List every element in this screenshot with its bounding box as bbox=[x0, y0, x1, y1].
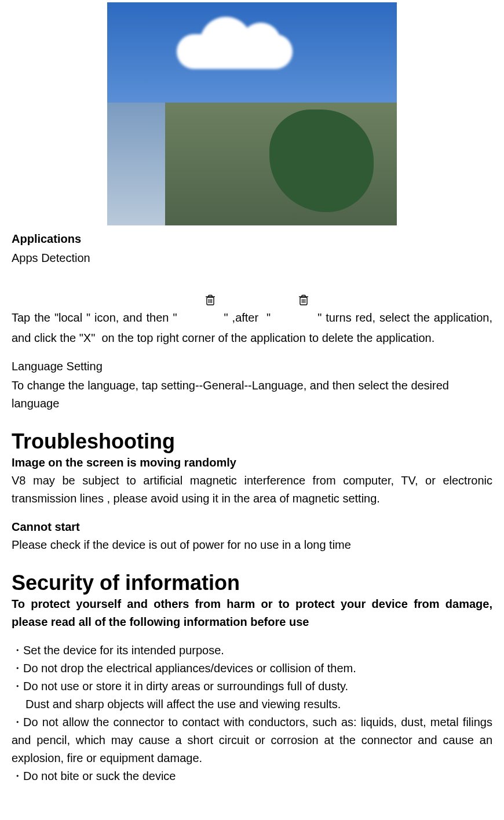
trash-icon bbox=[279, 275, 309, 329]
list-item: ・Do not use or store it in dirty areas o… bbox=[12, 677, 492, 695]
text-run: " ,after " bbox=[220, 311, 275, 324]
list-item: ・Do not allow the connector to contact w… bbox=[12, 713, 492, 767]
troubleshoot-item2-body: Please check if the device is out of pow… bbox=[12, 536, 492, 554]
applications-heading: Applications bbox=[12, 230, 492, 248]
troubleshoot-item1-body: V8 may be subject to artificial magnetic… bbox=[12, 472, 492, 508]
apps-detection-label: Apps Detection bbox=[12, 249, 492, 267]
troubleshoot-item2-title: Cannot start bbox=[12, 518, 492, 536]
list-item: ・Do not bite or suck the device bbox=[12, 767, 492, 785]
security-intro: To protect yourself and others from harm… bbox=[12, 595, 492, 631]
trash-icon bbox=[185, 275, 215, 329]
aerial-city-image bbox=[107, 2, 397, 225]
security-heading: Security of information bbox=[12, 570, 492, 595]
list-item: ・Do not drop the electrical appliances/d… bbox=[12, 659, 492, 677]
security-bullets: ・Set the device for its intended purpose… bbox=[12, 642, 492, 785]
apps-detection-instructions: Tap the "local " icon, and then " " ,aft… bbox=[12, 275, 492, 347]
troubleshooting-heading: Troubleshooting bbox=[12, 429, 492, 454]
list-item-sub: Dust and sharp objects will affect the u… bbox=[12, 695, 492, 713]
language-setting-heading: Language Setting bbox=[12, 358, 492, 376]
text-run: Tap the "local " icon, and then " bbox=[12, 311, 181, 324]
list-item: ・Set the device for its intended purpose… bbox=[12, 642, 492, 659]
troubleshoot-item1-title: Image on the screen is moving randomly bbox=[12, 454, 492, 472]
language-setting-body: To change the language, tap setting--Gen… bbox=[12, 377, 492, 413]
